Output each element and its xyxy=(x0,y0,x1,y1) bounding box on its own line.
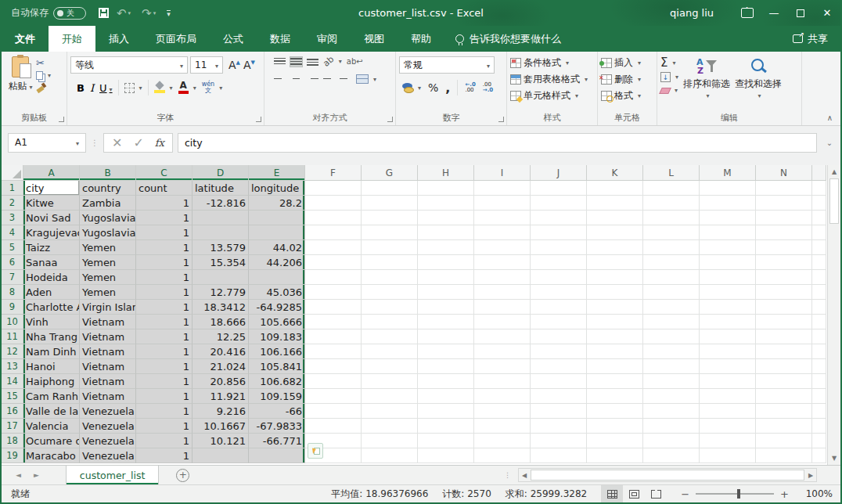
cell-J18[interactable] xyxy=(531,434,587,448)
cell-E3[interactable] xyxy=(249,211,305,225)
cell-H11[interactable] xyxy=(418,329,474,344)
cell-partial[interactable] xyxy=(812,255,826,270)
row-header-2[interactable]: 2 xyxy=(2,196,23,211)
cell-F6[interactable] xyxy=(305,255,362,270)
cell-B5[interactable]: Yemen xyxy=(80,240,136,255)
cell-A3[interactable]: Novi Sad xyxy=(23,211,80,225)
row-header-9[interactable]: 9 xyxy=(2,300,23,315)
normal-view-button[interactable] xyxy=(601,485,623,502)
cell-B8[interactable]: Yemen xyxy=(80,285,136,300)
cell-C5[interactable]: 1 xyxy=(136,240,193,255)
cell-partial[interactable] xyxy=(812,240,826,255)
insert-cells-button[interactable]: 插入 xyxy=(601,56,653,70)
cell-C19[interactable]: 1 xyxy=(136,448,193,463)
redo-dropdown-icon[interactable]: ▾ xyxy=(153,10,157,16)
cell-E17[interactable]: -67.9833 xyxy=(249,419,305,434)
cell-G15[interactable] xyxy=(362,389,418,404)
cell-F3[interactable] xyxy=(305,211,362,225)
column-header-L[interactable]: L xyxy=(643,165,700,181)
cell-partial[interactable] xyxy=(812,419,826,434)
cell-G17[interactable] xyxy=(362,419,418,434)
row-header-8[interactable]: 8 xyxy=(2,285,23,300)
cell-D15[interactable]: 11.921 xyxy=(193,389,249,404)
column-header-J[interactable]: J xyxy=(531,165,587,181)
autosave-pill[interactable]: 关 xyxy=(53,7,86,20)
row-header-12[interactable]: 12 xyxy=(2,344,23,359)
cell-C17[interactable]: 1 xyxy=(136,419,193,434)
cell-I12[interactable] xyxy=(474,344,531,359)
font-size-dropdown-icon[interactable] xyxy=(213,59,218,70)
column-header-K[interactable]: K xyxy=(587,165,643,181)
cell-A17[interactable]: Valencia xyxy=(23,419,80,434)
select-all-corner[interactable] xyxy=(2,165,23,181)
autosum-button[interactable]: Σ xyxy=(660,57,678,68)
cell-H10[interactable] xyxy=(418,315,474,329)
row-header-16[interactable]: 16 xyxy=(2,404,23,419)
cell-I6[interactable] xyxy=(474,255,531,270)
cell-N4[interactable] xyxy=(756,225,812,240)
cell-G8[interactable] xyxy=(362,285,418,300)
column-header-B[interactable]: B xyxy=(80,165,136,181)
cell-I2[interactable] xyxy=(474,196,531,211)
cell-J17[interactable] xyxy=(531,419,587,434)
sheet-next-icon[interactable]: ► xyxy=(34,471,39,479)
font-color-button[interactable]: A xyxy=(178,81,196,94)
cell-B14[interactable]: Vietnam xyxy=(80,374,136,389)
delete-cells-button[interactable]: 删除 xyxy=(601,73,653,86)
cell-K9[interactable] xyxy=(587,300,643,315)
cell-D12[interactable]: 20.416 xyxy=(193,344,249,359)
cell-N8[interactable] xyxy=(756,285,812,300)
align-left-button[interactable] xyxy=(274,74,286,84)
cell-G5[interactable] xyxy=(362,240,418,255)
vertical-scroll-thumb[interactable] xyxy=(829,178,839,224)
cell-M17[interactable] xyxy=(700,419,756,434)
tab-page-layout[interactable]: 页面布局 xyxy=(142,26,210,52)
cell-K13[interactable] xyxy=(587,359,643,374)
cell-E13[interactable]: 105.841 xyxy=(249,359,305,374)
cell-B10[interactable]: Vietnam xyxy=(80,315,136,329)
zoom-in-button[interactable]: + xyxy=(780,488,789,500)
formula-input[interactable]: city xyxy=(178,133,817,153)
cell-L15[interactable] xyxy=(643,389,700,404)
cell-B15[interactable]: Vietnam xyxy=(80,389,136,404)
copy-button[interactable] xyxy=(36,71,51,80)
cell-F12[interactable] xyxy=(305,344,362,359)
fill-button[interactable]: ↓ xyxy=(660,72,678,82)
cell-E7[interactable] xyxy=(249,270,305,285)
cell-M10[interactable] xyxy=(700,315,756,329)
cell-L19[interactable] xyxy=(643,448,700,463)
cell-K17[interactable] xyxy=(587,419,643,434)
cell-B2[interactable]: Zambia xyxy=(80,196,136,211)
percent-style-button[interactable]: % xyxy=(428,81,438,94)
ribbon-display-options-button[interactable] xyxy=(734,0,761,26)
cell-D18[interactable]: 10.121 xyxy=(193,434,249,448)
row-header-11[interactable]: 11 xyxy=(2,329,23,344)
cell-L5[interactable] xyxy=(643,240,700,255)
cell-C15[interactable]: 1 xyxy=(136,389,193,404)
cell-A15[interactable]: Cam Ranh xyxy=(23,389,80,404)
cell-M3[interactable] xyxy=(700,211,756,225)
name-box[interactable]: A1 xyxy=(8,133,86,153)
format-painter-button[interactable] xyxy=(36,83,51,92)
cell-A14[interactable]: Haiphong xyxy=(23,374,80,389)
cell-G4[interactable] xyxy=(362,225,418,240)
cell-M9[interactable] xyxy=(700,300,756,315)
cell-H8[interactable] xyxy=(418,285,474,300)
cell-L8[interactable] xyxy=(643,285,700,300)
cell-D1[interactable]: latitude xyxy=(193,181,249,196)
merge-center-button[interactable] xyxy=(356,74,376,84)
row-header-3[interactable]: 3 xyxy=(2,211,23,225)
row-header-18[interactable]: 18 xyxy=(2,434,23,448)
cell-partial[interactable] xyxy=(812,448,826,463)
quick-analysis-button[interactable] xyxy=(308,443,323,459)
underline-button[interactable]: U xyxy=(99,82,113,94)
cell-D9[interactable]: 18.3412 xyxy=(193,300,249,315)
scroll-left-icon[interactable]: ◀ xyxy=(519,472,530,479)
cell-partial[interactable] xyxy=(812,434,826,448)
cell-E6[interactable]: 44.206 xyxy=(249,255,305,270)
font-size-combo[interactable]: 11 xyxy=(190,56,223,74)
format-as-table-button[interactable]: 套用表格格式 xyxy=(510,73,594,86)
font-name-dropdown-icon[interactable] xyxy=(178,59,183,70)
cell-L11[interactable] xyxy=(643,329,700,344)
cell-E1[interactable]: longitude xyxy=(249,181,305,196)
